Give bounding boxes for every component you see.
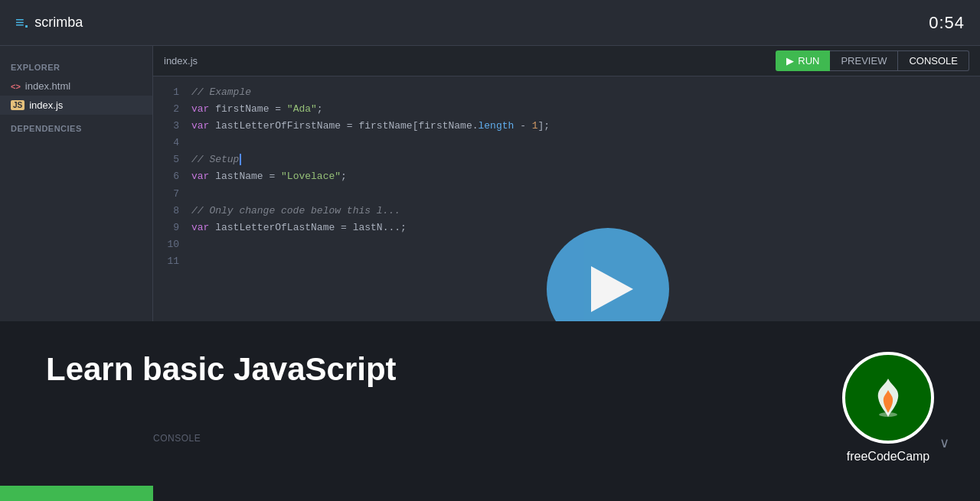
timer-display: 0:54 xyxy=(929,13,965,33)
editor-toolbar: index.js ▶ RUN PREVIEW CONSOLE xyxy=(153,46,980,76)
svg-point-0 xyxy=(879,412,897,417)
run-icon: ▶ xyxy=(786,55,794,67)
bottom-area: Learn basic JavaScript freeCodeCamp CONS… xyxy=(0,321,980,501)
js-filename: index.js xyxy=(29,99,63,111)
code-line-4 xyxy=(191,135,980,151)
js-file-icon: JS xyxy=(11,100,24,110)
console-button[interactable]: CONSOLE xyxy=(898,50,969,71)
html-filename: index.html xyxy=(25,80,70,92)
top-nav: ≡. scrimba 0:54 xyxy=(0,0,980,46)
play-triangle-icon xyxy=(591,266,633,312)
bottom-title-area: Learn basic JavaScript xyxy=(46,352,397,387)
html-file-icon: <> xyxy=(11,82,21,91)
logo-area: ≡. scrimba xyxy=(15,14,83,31)
fcc-label: freeCodeCamp xyxy=(847,450,930,464)
line-numbers: 1 2 3 4 5 6 7 8 9 10 11 xyxy=(153,84,191,270)
fcc-circle-logo xyxy=(842,352,934,444)
run-button[interactable]: ▶ RUN xyxy=(776,50,830,71)
bottom-title: Learn basic JavaScript xyxy=(46,352,397,387)
green-status-bar xyxy=(0,486,153,501)
fcc-logo-area: freeCodeCamp xyxy=(842,352,934,464)
scrimba-logo-icon: ≡. xyxy=(15,14,28,31)
fcc-flame-icon xyxy=(869,375,907,421)
run-label: RUN xyxy=(798,55,819,67)
expand-chevron-icon[interactable]: ∨ xyxy=(939,434,949,451)
code-line-1: // Example xyxy=(191,84,980,101)
sidebar-item-js[interactable]: JS index.js xyxy=(0,96,152,115)
explorer-label: EXPLORER xyxy=(0,54,152,76)
logo-text: scrimba xyxy=(34,15,83,31)
code-line-6: var lastName = "Lovelace"; xyxy=(191,168,980,185)
code-line-7 xyxy=(191,186,980,203)
code-line-3: var lastLetterOfFirstName = firstName[fi… xyxy=(191,118,980,135)
code-line-5: // Setup xyxy=(191,151,980,168)
toolbar-buttons: ▶ RUN PREVIEW CONSOLE xyxy=(776,50,969,71)
bottom-console-label: CONSOLE xyxy=(153,433,201,444)
sidebar-item-html[interactable]: <> index.html xyxy=(0,76,152,96)
editor-filename: index.js xyxy=(164,55,198,67)
code-line-2: var firstName = "Ada"; xyxy=(191,101,980,118)
dependencies-label: DEPENDENCIES xyxy=(0,115,152,138)
code-line-8: // Only change code below this l... xyxy=(191,203,980,220)
preview-button[interactable]: PREVIEW xyxy=(830,50,898,71)
